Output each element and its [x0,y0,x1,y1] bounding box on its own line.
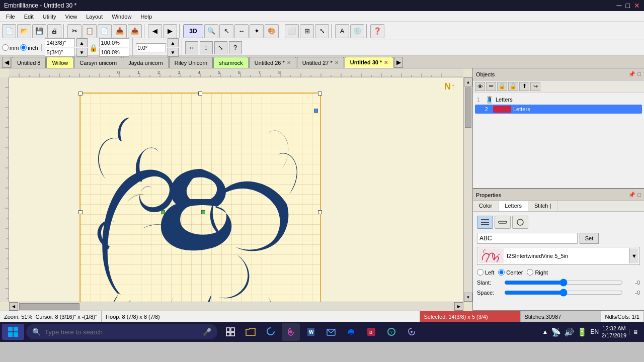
keyboard-icon[interactable]: EN [590,328,599,335]
obj-tool-4[interactable]: 🔓 [508,82,518,91]
search-input[interactable] [45,328,199,336]
scroll-thumb-v[interactable] [465,87,471,128]
align-justify-btn[interactable] [477,216,493,229]
word-btn[interactable]: W [302,323,320,341]
export-btn[interactable]: 📤 [128,24,142,38]
zoom-input[interactable] [99,38,129,47]
move-right-btn[interactable]: ▶ [163,24,177,38]
menu-file[interactable]: File [2,13,19,21]
handle-mr[interactable] [318,210,322,214]
scroll-left-btn[interactable]: ◀ [9,302,18,311]
grid-btn[interactable]: ⊞ [300,24,314,38]
open-btn[interactable]: 📂 [17,24,31,38]
space-slider[interactable] [504,289,623,297]
tab-untitled26[interactable]: Untitled 26 * ✕ [249,57,296,68]
scroll-thumb-h[interactable] [19,303,79,310]
menu-view[interactable]: View [61,13,82,21]
handle-mm-l[interactable] [161,210,165,214]
maximize-btn[interactable]: □ [626,2,630,10]
obj-tool-6[interactable]: ↪ [530,82,540,91]
new-btn[interactable]: 📄 [2,24,16,38]
select-btn[interactable]: ↖ [219,24,233,38]
menu-utility[interactable]: Utility [39,13,60,21]
monogram-text-input[interactable] [477,233,578,244]
battery-icon[interactable]: 🔋 [577,327,587,337]
cut-btn[interactable]: ✂ [67,24,82,38]
dropbox-btn[interactable] [342,323,360,341]
close-tab-30[interactable]: ✕ [384,60,388,65]
tab-willow[interactable]: Willow [46,57,73,68]
angle-up-btn[interactable]: ▲ [168,38,179,47]
tab-carsyn[interactable]: Carsyn unicorn [74,57,122,68]
app9-btn[interactable]: ? [382,323,400,341]
tab-untitled8[interactable]: Untitled 8 [12,57,46,68]
scroll-track-v[interactable] [464,86,472,293]
point-btn[interactable]: ✦ [250,24,264,38]
props-pin-btn[interactable]: 📌 [628,192,635,198]
align-circle-btn[interactable] [512,216,528,229]
font-selector[interactable]: I2SIntertwinedVine 5_5in ▼ [477,247,640,265]
close-tab-27[interactable]: ✕ [335,60,339,65]
question-btn[interactable]: ? [229,41,242,54]
app8-btn[interactable]: B [362,323,380,341]
obj-item-1[interactable]: 1 🧵 Letters [475,95,642,105]
zoom-btn[interactable]: 🔍 [204,24,218,38]
text-btn[interactable]: A [335,24,349,38]
mail-btn[interactable] [322,323,340,341]
embriliance-btn[interactable] [282,323,300,341]
align-center-line-btn[interactable] [495,216,511,229]
handle-tr[interactable] [318,92,322,96]
resize-btn[interactable]: ⤡ [315,24,329,38]
scale-btn[interactable]: ⤡ [214,41,227,54]
copy-btn[interactable]: 📋 [83,24,97,38]
network-icon[interactable]: 📡 [551,327,561,337]
edge-btn[interactable] [262,323,280,341]
tab-scroll-left[interactable]: ◀ [2,57,11,68]
scrollbar-horizontal[interactable]: ◀ ▶ [9,302,463,311]
slant-slider[interactable] [504,279,623,287]
minimize-btn[interactable]: ─ [617,2,622,10]
justify-right[interactable]: Right [527,269,548,276]
width-up-btn[interactable]: ▲ [76,38,88,47]
3d-btn[interactable]: 3D [183,24,203,38]
obj-tool-2[interactable]: ✏ [486,82,496,91]
move-left-btn[interactable]: ◀ [148,24,162,38]
tab-scroll-right[interactable]: ▶ [394,57,403,68]
microphone-icon[interactable]: 🎤 [203,328,211,336]
justify-left[interactable]: Left [477,269,494,276]
handle-rotate[interactable] [314,109,318,113]
inch-radio[interactable]: inch [20,44,38,51]
font-dropdown-btn[interactable]: ▼ [629,248,638,263]
menu-window[interactable]: Window [108,13,135,21]
color-btn[interactable]: 🎨 [265,24,279,38]
app10-btn[interactable] [403,323,421,341]
scroll-down-btn[interactable]: ▼ [464,293,472,302]
menu-edit[interactable]: Edit [20,13,38,21]
import-btn[interactable]: 📥 [113,24,127,38]
clock-display[interactable]: 12:32 AM 2/17/2019 [602,325,626,339]
set-text-btn[interactable]: Set [580,233,599,244]
handle-tl[interactable] [78,92,83,96]
up-arrow-icon[interactable]: ▲ [542,328,548,335]
flip-h-btn[interactable]: ↔ [185,41,198,54]
hoop-btn[interactable]: ⬜ [285,24,299,38]
mm-radio[interactable]: mm [2,44,19,51]
zoom2-input[interactable] [99,48,129,57]
handle-ml[interactable] [78,210,83,214]
taskview-btn[interactable] [221,323,239,341]
print-btn[interactable]: 🖨 [47,24,61,38]
scroll-track-h[interactable] [18,302,454,311]
sound-icon[interactable]: 🔊 [564,327,574,337]
prop-tab-letters[interactable]: Letters [499,201,528,211]
tab-shamrock[interactable]: shamrock [213,57,249,68]
scroll-up-btn[interactable]: ▲ [464,77,472,86]
objects-expand-btn[interactable]: □ [637,71,641,77]
obj-tool-3[interactable]: 🔒 [497,82,507,91]
handle-mm-r[interactable] [201,210,205,214]
flip-v-btn[interactable]: ↕ [200,41,213,54]
close-tab-26[interactable]: ✕ [287,60,291,65]
tab-untitled27[interactable]: Untitled 27 * ✕ [297,57,344,68]
prop-tab-color[interactable]: Color [473,201,499,211]
obj-tool-1[interactable]: 👁 [475,82,485,91]
objects-pin-btn[interactable]: 📌 [628,71,635,77]
